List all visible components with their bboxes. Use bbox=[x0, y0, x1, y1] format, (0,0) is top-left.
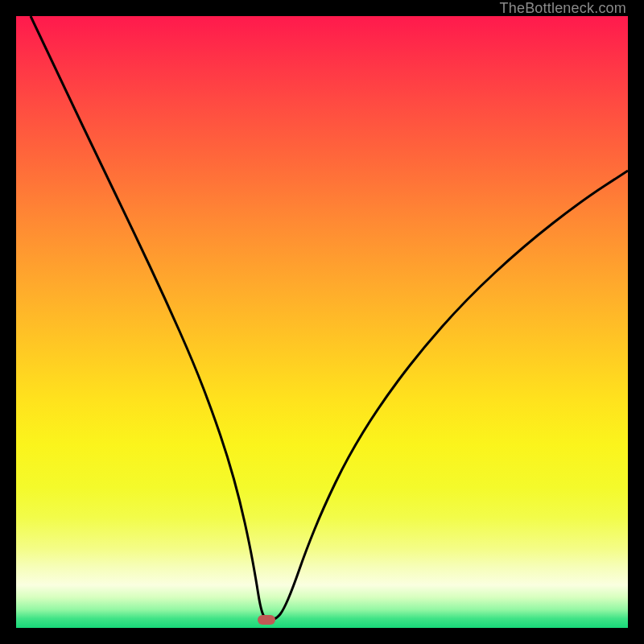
watermark-text: TheBottleneck.com bbox=[500, 0, 626, 17]
outer-frame: TheBottleneck.com bbox=[0, 0, 644, 644]
minimum-marker bbox=[258, 615, 275, 625]
bottleneck-curve bbox=[31, 16, 628, 620]
plot-area bbox=[16, 16, 628, 628]
curve-svg bbox=[16, 16, 628, 628]
